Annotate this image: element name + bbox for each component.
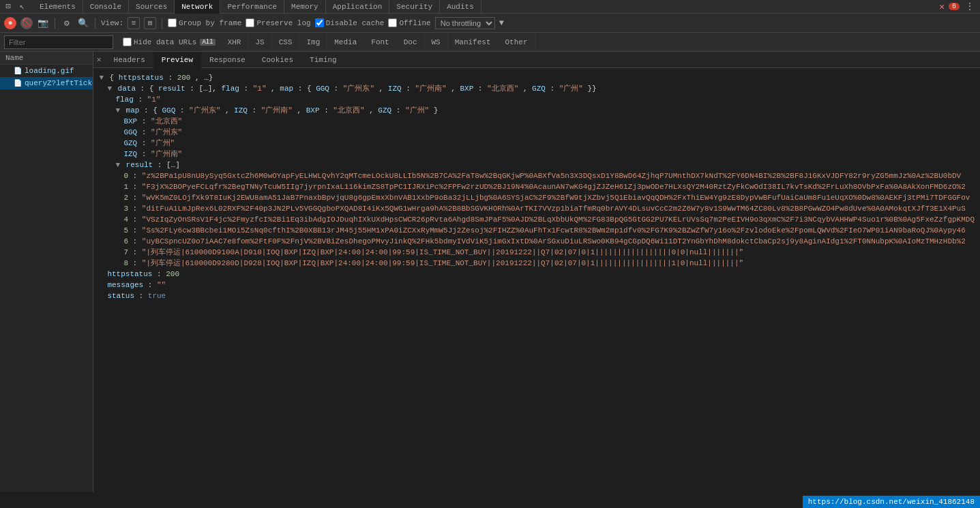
sub-tab-timing[interactable]: Timing	[301, 52, 345, 68]
json-result-2: 2 : "wVK5mZ0LOjfXk9T8IuKj2EWU8amA51JaB7P…	[99, 192, 975, 203]
tab-application[interactable]: Application	[326, 0, 390, 14]
json-result-8: 8 : "|列车停运|610000D9280D|D928|IOQ|BXP|IZQ…	[99, 258, 975, 269]
sub-tab-response[interactable]: Response	[201, 52, 254, 68]
json-flag-line: flag : "1"	[99, 94, 975, 105]
group-by-frame-checkbox[interactable]	[168, 18, 177, 27]
filter-font[interactable]: Font	[364, 33, 396, 52]
sub-tab-headers[interactable]: Headers	[106, 52, 153, 68]
filter-media[interactable]: Media	[327, 33, 364, 52]
record-button[interactable]: ●	[4, 17, 16, 29]
tab-memory[interactable]: Memory	[284, 0, 326, 14]
throttle-select[interactable]: No throttling	[435, 17, 495, 29]
json-status-line: status : true	[99, 290, 975, 301]
filter-ws[interactable]: WS	[425, 33, 448, 52]
status-url: https://blog.csdn.net/weixin_41862148	[808, 498, 975, 506]
sidebar-item-name: loading.gif	[25, 67, 74, 75]
json-result-4: 4 : "VSzIqZyOnSRsV1F4jc%2FmyzfcI%2Bi1Eq3…	[99, 214, 975, 225]
network-toolbar: ● 🚫 📷 ⚙ 🔍 View: ≡ ⊞ Group by frame Prese…	[0, 14, 980, 33]
tab-audits[interactable]: Audits	[440, 0, 481, 14]
preserve-log-label[interactable]: Preserve log	[246, 18, 310, 27]
filter-xhr[interactable]: XHR	[221, 33, 249, 52]
tab-performance[interactable]: Performance	[220, 0, 284, 14]
sidebar-item-loading-gif[interactable]: 📄 loading.gif	[0, 65, 93, 77]
json-root-line: ▼ { httpstatus : 200 , …}	[99, 72, 975, 83]
json-messages-line: messages : ""	[99, 280, 975, 290]
json-result-7: 7 : "|列车停运|610000D9100A|D910|IOQ|BXP|IZQ…	[99, 247, 975, 258]
disable-cache-label[interactable]: Disable cache	[315, 18, 385, 27]
hide-data-urls-label[interactable]: Hide data URLs All	[117, 38, 221, 46]
error-count-badge: 6	[949, 3, 960, 10]
search-button[interactable]: 🔍	[77, 17, 89, 29]
json-ggq-line: GGQ : "广州东"	[99, 127, 975, 138]
map-expand[interactable]: ▼	[115, 106, 120, 115]
tab-console[interactable]: Console	[83, 0, 129, 14]
hide-data-urls-checkbox[interactable]	[123, 38, 132, 46]
json-map-line: ▼ map : { GGQ : "广州东" , IZQ : "广州南" , BX…	[99, 105, 975, 116]
json-httpstatus-line: httpstatus : 200	[99, 269, 975, 280]
offline-checkbox[interactable]	[388, 18, 397, 27]
json-result-3: 3 : "ditFuA1LmJpRex6L02RXF%2F40p3JN2PLv5…	[99, 203, 975, 214]
tab-network[interactable]: Network	[175, 0, 220, 14]
filter-manifest[interactable]: Manifest	[448, 33, 499, 52]
json-result-6: 6 : "uyBCSpncUZ0o7iAAC7e8fom%2FtF0F%2Fnj…	[99, 236, 975, 247]
more-options-button[interactable]: ⋮	[962, 1, 977, 12]
sub-tab-preview[interactable]: Preview	[153, 52, 201, 68]
root-brace-open: {	[110, 74, 115, 82]
json-result-1: 1 : "F3jX%2BOPyeFCLqfr%2BegTNNyTcuW5IIg7…	[99, 181, 975, 192]
tab-elements[interactable]: Elements	[33, 0, 83, 14]
throttle-arrow[interactable]: ▼	[499, 18, 504, 28]
group-by-frame-label[interactable]: Group by frame	[168, 18, 241, 27]
json-izq-line: IZQ : "广州南"	[99, 149, 975, 160]
close-sub-button[interactable]: ✕	[96, 55, 101, 65]
data-expand[interactable]: ▼	[107, 85, 112, 93]
json-gzq-line: GZQ : "广州"	[99, 138, 975, 149]
filter-other[interactable]: Other	[499, 33, 535, 52]
json-result-5: 5 : "Ss%2FLy6cw3BBcbei1MOi5ZsNq0cfthI%2B…	[99, 225, 975, 236]
sidebar-header: Name	[0, 52, 93, 65]
preserve-log-checkbox[interactable]	[246, 18, 254, 27]
top-nav-bar: ⊡ ↖ Elements Console Sources Network Per…	[0, 0, 980, 14]
root-expand[interactable]: ▼	[99, 74, 104, 82]
json-data-line: ▼ data : { result : […], flag : "1" , ma…	[99, 83, 975, 94]
camera-button[interactable]: 📷	[37, 17, 49, 29]
sidebar: Name 📄 loading.gif 📄 queryZ?leftTicketDT…	[0, 52, 93, 492]
filter-js[interactable]: JS	[248, 33, 271, 52]
file-icon: 📄	[14, 67, 22, 75]
cursor-icon[interactable]: ↖	[16, 1, 27, 12]
json-bxp-line: BXP : "北京西"	[99, 116, 975, 127]
clear-button[interactable]: 🚫	[20, 17, 33, 29]
dock-icon[interactable]: ⊡	[3, 1, 14, 12]
result-expand[interactable]: ▼	[115, 161, 120, 169]
view-list-button[interactable]: ≡	[128, 17, 140, 29]
all-badge: All	[200, 39, 215, 46]
view-label: View:	[101, 19, 123, 27]
sidebar-item-name-2: queryZ?leftTicketDTO.tr...	[25, 79, 93, 87]
toolbar-divider-2	[95, 18, 95, 29]
main-area: Name 📄 loading.gif 📄 queryZ?leftTicketDT…	[0, 52, 980, 492]
filter-css[interactable]: CSS	[272, 33, 300, 52]
disable-cache-checkbox[interactable]	[315, 18, 324, 27]
filter-icon[interactable]: ⚙	[61, 17, 73, 29]
sub-tab-cookies[interactable]: Cookies	[254, 52, 301, 68]
status-bar: https://blog.csdn.net/weixin_41862148	[803, 496, 980, 508]
filter-input[interactable]	[4, 35, 113, 49]
view-grouped-button[interactable]: ⊞	[144, 17, 156, 29]
tab-security[interactable]: Security	[389, 0, 440, 14]
toolbar-divider-3	[162, 18, 162, 29]
json-result-line: ▼ result : […]	[99, 160, 975, 170]
json-result-0: 0 : "z%2BPa1pU8nU8ySyq5GxtcZh6M0wOYapFyE…	[99, 170, 975, 181]
preview-panel: ▼ { httpstatus : 200 , …} ▼ data : { res…	[93, 68, 980, 492]
file-icon-2: 📄	[14, 79, 22, 87]
close-devtools-button[interactable]: ✕	[935, 1, 949, 12]
right-panel: ✕ Headers Preview Response Cookies Timin…	[93, 52, 980, 492]
filter-img[interactable]: Img	[299, 33, 327, 52]
sidebar-item-queryz[interactable]: 📄 queryZ?leftTicketDTO.tr...	[0, 77, 93, 89]
tab-sources[interactable]: Sources	[129, 0, 175, 14]
devtools-icons: ⊡ ↖	[3, 1, 27, 12]
sub-tabs: ✕ Headers Preview Response Cookies Timin…	[93, 52, 980, 68]
filter-bar: Hide data URLs All XHR JS CSS Img Media …	[0, 33, 980, 52]
toolbar-divider-1	[55, 18, 55, 29]
filter-doc[interactable]: Doc	[397, 33, 425, 52]
offline-label[interactable]: Offline	[388, 18, 430, 27]
